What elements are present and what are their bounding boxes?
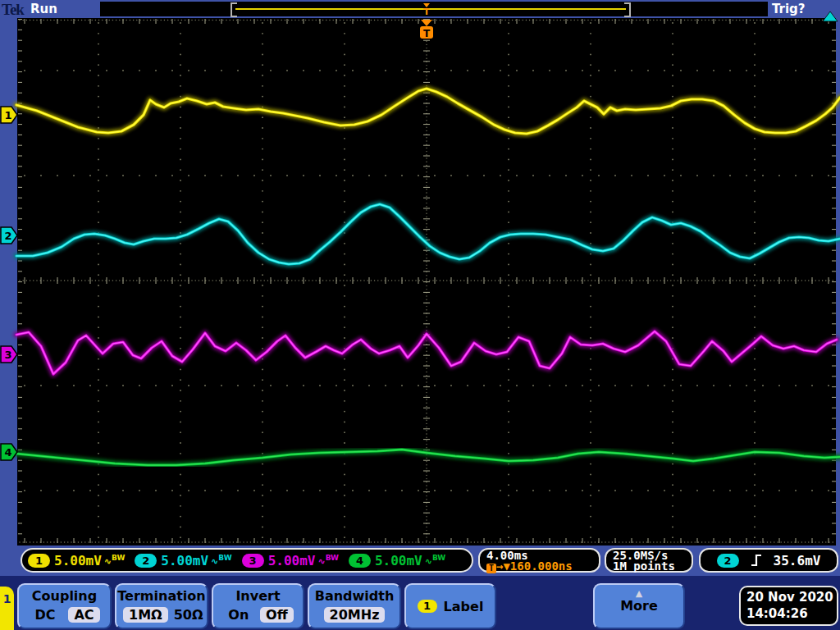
channel3-coupling-bw-icons: ∿BW: [317, 554, 339, 567]
svg-text:3: 3: [4, 349, 11, 361]
channel2-scale: 5.00mV: [161, 553, 208, 568]
record-view-right-bracket: [624, 2, 631, 17]
trigger-readout-box[interactable]: 2 35.6mV: [699, 548, 838, 573]
channel2-coupling-bw-icons: ∿BW: [211, 554, 232, 567]
invert-option-on[interactable]: On: [222, 607, 254, 623]
termination-button[interactable]: Termination 1MΩ 50Ω: [115, 583, 208, 629]
acquisition-status: Run: [30, 2, 57, 16]
tek-logo: Tek: [2, 1, 24, 19]
datetime-box: 20 Nov 2020 14:04:26: [739, 586, 838, 626]
time: 14:04:26: [746, 605, 837, 622]
invert-button[interactable]: Invert On Off: [212, 583, 304, 629]
coupling-button[interactable]: Coupling DC AC: [17, 583, 112, 629]
softkey-menu-bar: 1 Coupling DC AC Termination 1MΩ 50Ω Inv…: [0, 576, 840, 630]
record-length: 1M points: [613, 561, 685, 572]
trigger-delay-readout: T→▼160.000ns: [486, 561, 592, 573]
more-button[interactable]: ▲ More: [593, 583, 685, 629]
active-channel-tab: 1: [0, 587, 14, 630]
oscilloscope-screen: Tek Run Trig? 1234TT 1 5.00mV ∿BW 2: [0, 0, 840, 630]
trigger-t-icon: T: [486, 564, 496, 573]
record-view-left-bracket: [231, 2, 237, 17]
label-channel-badge: 1: [418, 600, 437, 613]
channel4-readout[interactable]: 4 5.00mV ∿BW: [349, 553, 445, 568]
trigger-source-badge: 2: [717, 554, 739, 568]
termination-option-1mohm[interactable]: 1MΩ: [123, 607, 168, 623]
readout-strip: 1 5.00mV ∿BW 2 5.00mV ∿BW 3 5.00mV ∿BW 4…: [0, 546, 840, 576]
coupling-option-dc[interactable]: DC: [29, 607, 61, 623]
channel1-badge: 1: [28, 554, 50, 568]
record-view-bar: [100, 2, 768, 16]
invert-option-off[interactable]: Off: [260, 607, 294, 623]
trigger-level: 35.6mV: [774, 553, 821, 568]
bandwidth-button[interactable]: Bandwidth 20MHz: [308, 583, 401, 629]
channel3-readout[interactable]: 3 5.00mV ∿BW: [242, 553, 339, 568]
label-button[interactable]: 1 Label: [404, 583, 496, 629]
channel4-scale: 5.00mV: [375, 553, 422, 568]
channel3-badge: 3: [242, 554, 264, 568]
record-view-waveform-line: [235, 8, 626, 10]
channel1-readout[interactable]: 1 5.00mV ∿BW: [28, 553, 125, 568]
channel3-scale: 5.00mV: [268, 553, 316, 568]
channel1-coupling-bw-icons: ∿BW: [104, 554, 126, 567]
channel2-readout[interactable]: 2 5.00mV ∿BW: [135, 553, 231, 568]
acquisition-readout-box[interactable]: 25.0MS/s 1M points: [605, 548, 693, 573]
svg-text:2: 2: [4, 230, 11, 242]
termination-option-50ohm[interactable]: 50Ω: [168, 607, 209, 623]
bandwidth-option-20mhz[interactable]: 20MHz: [324, 607, 386, 623]
svg-text:1: 1: [4, 109, 11, 121]
top-status-bar: Tek Run Trig?: [0, 0, 840, 18]
channel2-badge: 2: [135, 554, 157, 568]
coupling-option-ac[interactable]: AC: [68, 607, 99, 623]
horizontal-readout-box[interactable]: 4.00ms T→▼160.000ns: [478, 548, 600, 573]
rising-edge-icon: [750, 554, 763, 567]
trigger-status: Trig?: [772, 2, 806, 16]
chevron-up-icon: ▲: [595, 590, 683, 598]
date: 20 Nov 2020: [746, 589, 837, 605]
svg-text:4: 4: [4, 446, 11, 459]
channel1-scale: 5.00mV: [54, 553, 102, 568]
channel4-coupling-bw-icons: ∿BW: [425, 554, 446, 567]
channel-readouts-box[interactable]: 1 5.00mV ∿BW 2 5.00mV ∿BW 3 5.00mV ∿BW 4…: [21, 548, 473, 573]
graticule: [17, 18, 836, 546]
channel4-badge: 4: [349, 554, 371, 568]
